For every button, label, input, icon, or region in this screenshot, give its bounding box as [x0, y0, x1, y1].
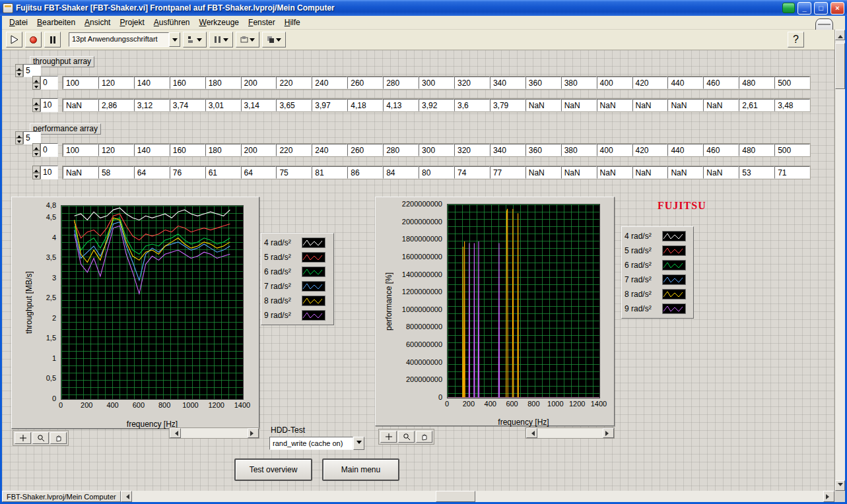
array-cell[interactable]: 400	[597, 77, 632, 89]
array-cell[interactable]: 260	[347, 144, 383, 156]
array-cell[interactable]: 140	[134, 144, 170, 156]
legend-item[interactable]: 7 rad/s²	[264, 279, 331, 294]
legend-item[interactable]: 9 rad/s²	[625, 301, 691, 316]
index-spinner[interactable]	[32, 166, 40, 179]
array-cell[interactable]: 3,65	[276, 99, 312, 111]
titlebar[interactable]: Fujitsu FBT-Shaker [FBT-Shaker.vi] Front…	[0, 0, 847, 16]
menu-item-werkzeuge[interactable]: Werkzeuge	[195, 16, 244, 28]
index-value[interactable]: 5	[23, 131, 41, 144]
array-cell[interactable]: NaN	[703, 99, 739, 111]
array-cell[interactable]: 75	[276, 166, 312, 179]
array-cell[interactable]: 160	[170, 77, 205, 89]
array-cell[interactable]: NaN	[63, 99, 98, 111]
array-cell[interactable]: NaN	[597, 166, 632, 179]
array-cell[interactable]: 480	[739, 77, 774, 89]
array-cell[interactable]: 64	[241, 166, 277, 179]
array-cell[interactable]: 360	[525, 77, 561, 89]
menu-item-datei[interactable]: Datei	[5, 16, 32, 28]
scroll-right-button[interactable]	[603, 428, 614, 438]
array-cell[interactable]: 3,12	[134, 99, 170, 111]
scroll-right-button[interactable]	[248, 428, 259, 438]
index-spinner[interactable]	[32, 76, 40, 90]
legend-item[interactable]: 4 rad/s²	[625, 229, 691, 243]
array-cell[interactable]: 220	[276, 144, 312, 156]
array-cell[interactable]: 100	[63, 77, 98, 89]
array-cell[interactable]: 3,92	[419, 99, 454, 111]
scroll-thumb[interactable]	[436, 491, 475, 502]
array-cell[interactable]: 180	[205, 144, 241, 156]
performance-outer-index[interactable]: 5	[15, 131, 41, 144]
help-button[interactable]: ?	[788, 32, 804, 47]
legend-item[interactable]: 8 rad/s²	[264, 294, 331, 308]
menu-item-fenster[interactable]: Fenster	[244, 16, 280, 28]
array-cell[interactable]: 340	[490, 77, 525, 89]
array-cell[interactable]: 320	[454, 144, 490, 156]
array-cell[interactable]: 76	[170, 166, 205, 179]
array-cell[interactable]: 500	[774, 144, 810, 156]
scroll-down-button[interactable]	[835, 480, 845, 491]
align-objects-dropdown[interactable]	[183, 32, 207, 47]
array-cell[interactable]: 300	[419, 77, 454, 89]
scroll-track[interactable]	[181, 428, 248, 438]
array-cell[interactable]: NaN	[63, 166, 98, 179]
array-cell[interactable]: 53	[739, 166, 774, 179]
index-spinner[interactable]	[15, 131, 23, 144]
array-cell[interactable]: 2,61	[739, 99, 774, 111]
distribute-objects-dropdown[interactable]	[209, 32, 233, 47]
menu-item-hilfe[interactable]: Hilfe	[280, 16, 305, 28]
array-cell[interactable]: 300	[419, 144, 454, 156]
array-cell[interactable]: 3,79	[490, 99, 525, 111]
index-value[interactable]: 10	[40, 98, 58, 112]
throughput-row2-index[interactable]: 10	[32, 98, 58, 112]
array-cell[interactable]: 64	[134, 166, 170, 179]
zoom-tool-button[interactable]	[398, 431, 415, 443]
throughput-plot-area[interactable]	[61, 205, 244, 400]
array-cell[interactable]: 240	[312, 144, 347, 156]
array-cell[interactable]: 120	[98, 77, 134, 89]
array-cell[interactable]: 340	[490, 144, 525, 156]
array-cell[interactable]: 380	[561, 144, 597, 156]
index-value[interactable]: 5	[23, 64, 41, 77]
minimize-button[interactable]: _	[797, 2, 811, 15]
array-cell[interactable]: 380	[561, 77, 597, 89]
test-overview-button[interactable]: Test overview	[234, 458, 312, 481]
array-cell[interactable]: 220	[276, 77, 312, 89]
menu-item-bearbeiten[interactable]: Bearbeiten	[32, 16, 80, 28]
array-cell[interactable]: 3,01	[205, 99, 241, 111]
main-menu-button[interactable]: Main menu	[322, 458, 399, 481]
close-button[interactable]: ×	[830, 2, 844, 15]
array-cell[interactable]: NaN	[561, 99, 597, 111]
array-cell[interactable]: 3,6	[454, 99, 490, 111]
array-cell[interactable]: 420	[632, 77, 668, 89]
array-cell[interactable]: NaN	[703, 166, 739, 179]
scroll-up-button[interactable]	[835, 30, 845, 40]
array-cell[interactable]: 71	[774, 166, 810, 179]
array-cell[interactable]: 3,14	[241, 99, 277, 111]
array-cell[interactable]: 100	[63, 144, 98, 156]
font-selector[interactable]: 13pt Anwendungsschriftart	[69, 32, 180, 47]
array-cell[interactable]: 280	[383, 144, 419, 156]
array-cell[interactable]: NaN	[525, 99, 561, 111]
array-cell[interactable]: 80	[419, 166, 454, 179]
scroll-thumb[interactable]	[835, 43, 845, 89]
array-cell[interactable]: 2,86	[98, 99, 134, 111]
array-cell[interactable]: 200	[241, 144, 277, 156]
array-cell[interactable]: NaN	[597, 99, 632, 111]
array-cell[interactable]: 74	[454, 166, 490, 179]
array-cell[interactable]: 4,18	[347, 99, 383, 111]
pause-button[interactable]	[44, 32, 61, 47]
scroll-track[interactable]	[537, 428, 603, 438]
array-cell[interactable]: 440	[667, 144, 703, 156]
legend-item[interactable]: 5 rad/s²	[264, 250, 331, 265]
index-spinner[interactable]	[32, 98, 40, 112]
array-cell[interactable]: 460	[703, 144, 739, 156]
array-cell[interactable]: 400	[597, 144, 632, 156]
hdd-test-dropdown-icon[interactable]	[353, 437, 364, 450]
array-cell[interactable]: 460	[703, 77, 739, 89]
index-spinner[interactable]	[15, 64, 23, 77]
run-button[interactable]	[6, 32, 22, 47]
performance-plot-area[interactable]	[447, 204, 600, 398]
maximize-button[interactable]: □	[814, 2, 828, 15]
array-cell[interactable]: 61	[205, 166, 241, 179]
performance-row1-index[interactable]: 0	[32, 143, 58, 157]
